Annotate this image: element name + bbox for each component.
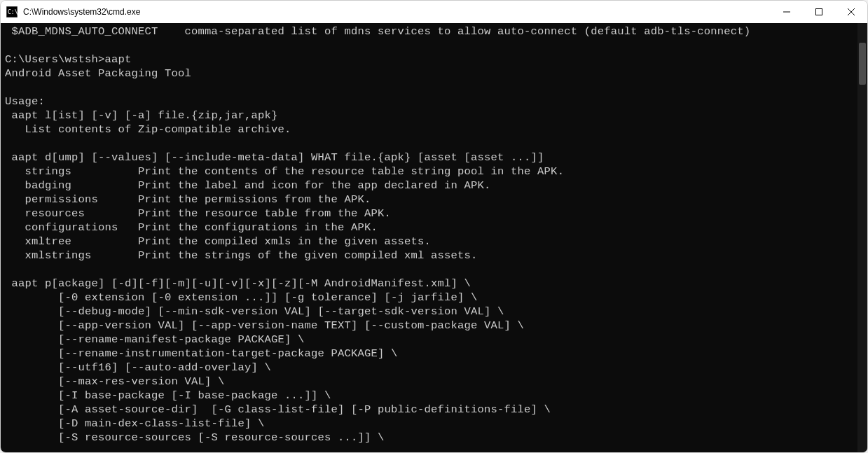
titlebar[interactable]: C:\ C:\Windows\system32\cmd.exe	[1, 1, 867, 23]
window-controls	[771, 1, 867, 23]
svg-text:C:\: C:\	[8, 9, 18, 15]
scrollbar-track[interactable]	[857, 23, 867, 452]
minimize-button[interactable]	[771, 1, 803, 23]
cmd-window: C:\ C:\Windows\system32\cmd.exe	[0, 0, 868, 453]
terminal-output[interactable]: $ADB_MDNS_AUTO_CONNECT comma-separated l…	[1, 23, 857, 452]
cmd-icon: C:\	[6, 6, 18, 18]
svg-rect-3	[816, 9, 822, 15]
scrollbar-thumb[interactable]	[859, 43, 866, 85]
maximize-button[interactable]	[803, 1, 835, 23]
terminal-area: $ADB_MDNS_AUTO_CONNECT comma-separated l…	[1, 23, 867, 452]
close-button[interactable]	[835, 1, 867, 23]
window-title: C:\Windows\system32\cmd.exe	[23, 7, 771, 17]
